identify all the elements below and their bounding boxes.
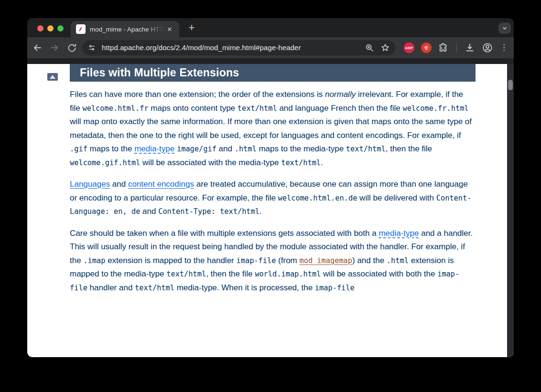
- traffic-zoom-button[interactable]: [57, 25, 64, 32]
- tab-strip: mod_mime - Apache HTTP Se ✕ +: [27, 18, 514, 37]
- abp-extension-icon[interactable]: ABP: [404, 42, 414, 53]
- tab-title: mod_mime - Apache HTTP Se: [90, 26, 164, 33]
- browser-toolbar: httpd.apache.org/docs/2.4/mod/mod_mime.h…: [27, 37, 514, 58]
- scroll-to-top-button[interactable]: [47, 73, 58, 81]
- browser-window: mod_mime - Apache HTTP Se ✕ +: [27, 18, 514, 357]
- code-span: image/gif: [177, 145, 216, 153]
- text-run: .: [260, 207, 262, 216]
- text-run: maps to the media-type: [257, 144, 346, 153]
- scrollbar-thumb[interactable]: [508, 80, 513, 90]
- apache-feather-favicon-icon: [76, 24, 86, 34]
- text-run: and: [140, 207, 158, 216]
- toolbar-separator: [456, 43, 457, 53]
- text-run: will be associated with both the: [321, 269, 437, 278]
- text-run: (from: [276, 256, 299, 265]
- text-run: handler and: [87, 283, 135, 292]
- code-span: welcome.gif.html: [70, 159, 140, 167]
- text-run: maps to the: [87, 144, 134, 153]
- traffic-close-button[interactable]: [37, 25, 43, 32]
- code-span: text/html: [281, 159, 321, 167]
- code-span: welcome.fr.html: [402, 104, 468, 113]
- code-span: text/html: [135, 284, 174, 292]
- new-tab-button[interactable]: +: [185, 21, 198, 35]
- inline-link[interactable]: Languages: [70, 180, 110, 189]
- download-icon: [464, 42, 476, 53]
- extensions-puzzle-icon[interactable]: [437, 42, 449, 53]
- code-span: text/html: [238, 104, 277, 113]
- forward-arrow-icon: [49, 42, 60, 53]
- code-span: text/html: [166, 270, 206, 278]
- bookmark-star-icon[interactable]: [380, 42, 390, 53]
- text-run: Care should be taken when a file with mu…: [70, 229, 379, 238]
- text-run: Files can have more than one extension; …: [70, 90, 325, 99]
- paragraph: Languages and content encodings are trea…: [70, 178, 476, 219]
- glossary-link[interactable]: media-type: [379, 229, 419, 238]
- text-run: maps onto content type: [149, 104, 238, 113]
- text-run: .: [321, 158, 323, 167]
- text-run: media-type. When it is processed, the: [174, 283, 315, 292]
- scrollbar-track[interactable]: [507, 64, 514, 357]
- hand-icon: [423, 44, 430, 51]
- text-run: and: [110, 180, 128, 189]
- text-run: and language French then the file: [277, 104, 403, 113]
- section-title: Files with Multiple Extensions: [70, 64, 476, 82]
- text-run: will map onto exactly the same informati…: [70, 117, 472, 140]
- module-link[interactable]: mod_imagemap: [300, 256, 353, 265]
- paragraph: Care should be taken when a file with mu…: [70, 227, 476, 295]
- code-span: Content-Type: text/html: [158, 207, 260, 216]
- page-content: Files with Multiple Extensions Files can…: [27, 64, 514, 357]
- forward-button[interactable]: [48, 41, 61, 54]
- chevron-down-icon: [501, 25, 508, 32]
- emphasis-text: normally: [325, 90, 356, 99]
- profile-button[interactable]: [482, 42, 493, 53]
- code-span: .html: [387, 256, 409, 265]
- text-run: ) and the: [352, 256, 387, 265]
- download-button[interactable]: [464, 42, 476, 53]
- paragraph: Files can have more than one extension; …: [70, 88, 476, 170]
- glossary-link[interactable]: media-type: [134, 144, 174, 153]
- text-run: extension is mapped to the handler: [105, 256, 236, 265]
- site-info-icon[interactable]: [87, 42, 97, 53]
- profile-icon: [482, 42, 493, 53]
- text-run: will be delivered with: [357, 193, 436, 202]
- text-run: , then the file: [206, 269, 255, 278]
- url-text[interactable]: httpd.apache.org/docs/2.4/mod/mod_mime.h…: [102, 43, 301, 52]
- text-run: and: [216, 144, 235, 153]
- back-arrow-icon: [32, 42, 43, 53]
- tab-search-chevron-button[interactable]: [498, 22, 511, 34]
- code-span: text/html: [346, 145, 386, 153]
- desktop-background: mod_mime - Apache HTTP Se ✕ +: [0, 0, 541, 392]
- traffic-minimize-button[interactable]: [47, 25, 54, 32]
- code-span: .html: [235, 145, 257, 153]
- text-run: , then the file: [386, 144, 432, 153]
- up-triangle-icon: [50, 75, 55, 79]
- menu-kebab-button[interactable]: ⋮: [500, 42, 508, 53]
- url-bar[interactable]: httpd.apache.org/docs/2.4/mod/mod_mime.h…: [82, 40, 395, 55]
- close-tab-icon[interactable]: ✕: [165, 26, 174, 33]
- back-button[interactable]: [31, 41, 44, 54]
- browser-tab[interactable]: mod_mime - Apache HTTP Se ✕: [71, 21, 179, 37]
- code-span: welcome.html.fr: [82, 104, 148, 113]
- reload-button[interactable]: [65, 41, 78, 54]
- zoom-icon[interactable]: [364, 42, 375, 53]
- code-span: imap-file: [315, 284, 355, 292]
- code-span: welcome.html.en.de: [278, 194, 357, 202]
- blocker-hand-extension-icon[interactable]: [421, 42, 432, 53]
- text-run: will be associated with the media-type: [140, 158, 281, 167]
- code-span: imap-file: [237, 256, 276, 265]
- reload-icon: [67, 43, 77, 53]
- code-span: .imap: [83, 256, 105, 265]
- code-span: .gif: [70, 145, 87, 153]
- inline-link[interactable]: content encodings: [128, 180, 194, 189]
- code-span: world.imap.html: [255, 270, 321, 278]
- doc-main: Files with Multiple Extensions Files can…: [70, 64, 476, 295]
